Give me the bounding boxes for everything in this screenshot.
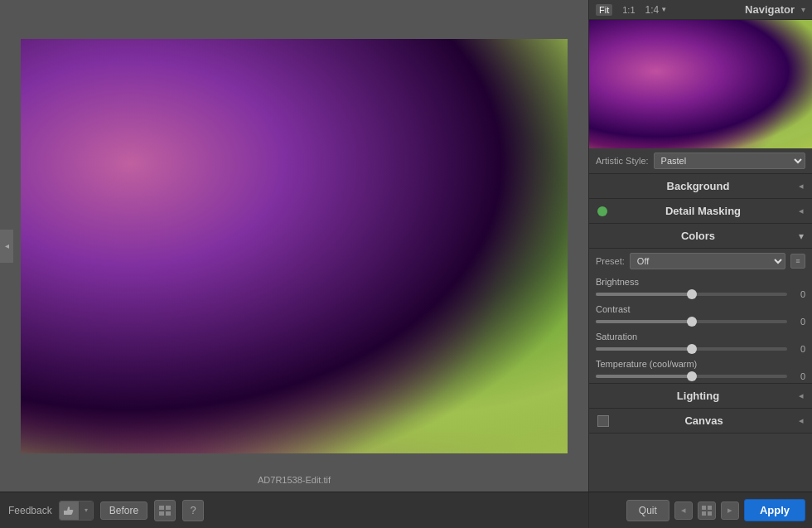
nav-ratio-arrow: ▼: [660, 6, 667, 13]
lighting-section[interactable]: Lighting ◂: [589, 384, 812, 409]
bottom-row: Feedback ▾ Before ? Quit ◂: [0, 492, 812, 528]
canvas-icon: [597, 415, 609, 427]
apply-button[interactable]: Apply: [744, 499, 805, 521]
prev-nav-btn[interactable]: ◂: [674, 501, 693, 520]
contrast-track[interactable]: [596, 320, 787, 323]
colors-arrow: ▾: [799, 230, 804, 242]
brightness-track[interactable]: [596, 293, 787, 296]
image-container: [21, 39, 568, 453]
nav-fit-btn[interactable]: Fit: [596, 4, 612, 16]
canvas-panel: ◂ AD7R1538-Edit.tif: [0, 0, 588, 492]
svg-rect-1: [166, 506, 171, 510]
colors-header[interactable]: Colors ▾: [589, 224, 812, 249]
preset-label: Preset:: [596, 256, 625, 266]
navigator-header: Fit 1:1 1:4 ▼ Navigator ▾: [589, 0, 812, 20]
left-nav-arrow[interactable]: ◂: [0, 230, 13, 263]
detail-masking-indicator: [597, 206, 607, 216]
brightness-row: Brightness 0: [589, 274, 812, 301]
temperature-fill: [596, 375, 692, 378]
artistic-style-label: Artistic Style:: [596, 156, 649, 166]
saturation-label: Saturation: [596, 332, 805, 342]
temperature-row: Temperature (cool/warm) 0: [589, 356, 812, 383]
feedback-toggle-btn[interactable]: [60, 501, 80, 520]
canvas-section[interactable]: Canvas ◂: [589, 409, 812, 434]
temperature-thumb[interactable]: [687, 371, 697, 381]
contrast-thumb[interactable]: [687, 317, 697, 327]
preset-icon-btn[interactable]: ≡: [790, 254, 805, 269]
feedback-dropdown-arrow[interactable]: ▾: [80, 501, 93, 520]
colors-section: Colors ▾ Preset: Off ≡ Brightness: [589, 224, 812, 384]
contrast-label: Contrast: [596, 304, 805, 314]
background-title: Background: [597, 180, 799, 192]
contrast-row: Contrast 0: [589, 301, 812, 328]
artistic-style-select[interactable]: Pastel: [654, 153, 805, 169]
help-icon-btn[interactable]: ?: [182, 500, 204, 521]
filename-label: AD7R1538-Edit.tif: [258, 475, 331, 485]
right-bottom-bar: Quit ◂ ▸ Apply: [588, 492, 812, 528]
saturation-fill: [596, 347, 692, 351]
artistic-style-row: Artistic Style: Pastel: [589, 148, 812, 174]
svg-rect-5: [708, 506, 712, 510]
navigator-collapse-arrow[interactable]: ▾: [801, 5, 805, 14]
contrast-fill: [596, 320, 692, 323]
nav-thumb-image: [589, 20, 812, 148]
lighting-title: Lighting: [597, 390, 799, 402]
preset-select[interactable]: Off: [630, 253, 785, 269]
nav-1-1-btn[interactable]: 1:1: [619, 4, 638, 16]
saturation-track[interactable]: [596, 347, 787, 351]
svg-rect-7: [708, 511, 712, 516]
thumbs-up-icon: [64, 506, 74, 515]
contrast-slider-container: 0: [596, 317, 805, 327]
background-arrow: ◂: [799, 181, 804, 191]
svg-rect-4: [702, 506, 706, 510]
brightness-value: 0: [792, 289, 805, 299]
view-icon: [159, 506, 171, 516]
temperature-track[interactable]: [596, 375, 787, 378]
view-icon-btn[interactable]: [154, 500, 176, 521]
saturation-thumb[interactable]: [687, 344, 697, 354]
temperature-slider-container: 0: [596, 371, 805, 381]
saturation-value: 0: [792, 344, 805, 354]
grid-icon: [702, 506, 712, 516]
right-panel: Fit 1:1 1:4 ▼ Navigator ▾ Artistic Style…: [588, 0, 812, 492]
brightness-slider-container: 0: [596, 289, 805, 299]
feedback-label: Feedback: [8, 505, 52, 516]
colors-title: Colors: [597, 230, 799, 242]
nav-ratio-dropdown[interactable]: 1:4 ▼: [645, 4, 668, 16]
background-section[interactable]: Background ◂: [589, 174, 812, 199]
nav-ratio-label: 1:4: [645, 4, 660, 16]
svg-rect-2: [159, 511, 164, 516]
saturation-slider-container: 0: [596, 344, 805, 354]
contrast-value: 0: [792, 317, 805, 327]
flower-image: [21, 39, 568, 453]
detail-masking-section[interactable]: Detail Masking ◂: [589, 199, 812, 224]
saturation-row: Saturation 0: [589, 328, 812, 356]
preset-row: Preset: Off ≡: [589, 249, 812, 274]
svg-rect-6: [702, 511, 706, 516]
temperature-value: 0: [792, 371, 805, 381]
lighting-arrow: ◂: [799, 390, 804, 401]
grid-btn[interactable]: [698, 501, 716, 520]
brightness-thumb[interactable]: [687, 289, 697, 299]
before-button[interactable]: Before: [100, 501, 147, 520]
detail-masking-arrow: ◂: [799, 206, 804, 216]
quit-button[interactable]: Quit: [626, 500, 669, 521]
bottom-toolbar: Feedback ▾ Before ?: [0, 492, 588, 528]
svg-rect-0: [159, 506, 164, 510]
canvas-title: Canvas: [609, 414, 799, 427]
detail-masking-title: Detail Masking: [607, 205, 799, 217]
temperature-label: Temperature (cool/warm): [596, 359, 805, 369]
canvas-arrow: ◂: [799, 415, 804, 426]
brightness-fill: [596, 293, 692, 296]
brightness-label: Brightness: [596, 277, 805, 287]
navigator-title: Navigator: [745, 3, 795, 16]
next-nav-btn[interactable]: ▸: [721, 501, 739, 520]
svg-rect-3: [166, 511, 171, 516]
feedback-toggle: ▾: [59, 501, 94, 521]
nav-thumbnail: [589, 20, 812, 148]
